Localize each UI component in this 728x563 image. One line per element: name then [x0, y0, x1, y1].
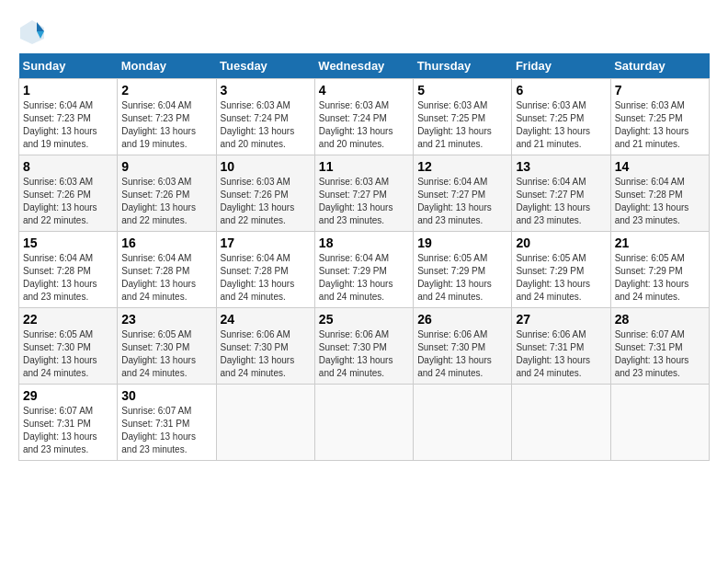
day-number: 16 — [121, 236, 211, 250]
day-number: 20 — [516, 236, 606, 250]
calendar-cell: 12 Sunrise: 6:04 AM Sunset: 7:27 PM Dayl… — [414, 155, 512, 232]
day-info: Sunrise: 6:07 AM Sunset: 7:31 PM Dayligh… — [615, 328, 705, 380]
day-number: 14 — [615, 159, 705, 174]
day-info: Sunrise: 6:07 AM Sunset: 7:31 PM Dayligh… — [121, 405, 211, 456]
calendar-cell: 24 Sunrise: 6:06 AM Sunset: 7:30 PM Dayl… — [216, 308, 314, 385]
week-row-3: 15 Sunrise: 6:04 AM Sunset: 7:28 PM Dayl… — [19, 232, 710, 308]
calendar-cell: 2 Sunrise: 6:04 AM Sunset: 7:23 PM Dayli… — [118, 79, 216, 155]
day-number: 26 — [417, 312, 507, 327]
day-number: 5 — [417, 83, 507, 98]
week-row-4: 22 Sunrise: 6:05 AM Sunset: 7:30 PM Dayl… — [19, 308, 710, 385]
day-number: 4 — [319, 83, 409, 98]
calendar-cell — [314, 385, 413, 461]
calendar-cell: 11 Sunrise: 6:03 AM Sunset: 7:27 PM Dayl… — [314, 155, 413, 232]
calendar-cell: 14 Sunrise: 6:04 AM Sunset: 7:28 PM Dayl… — [610, 155, 709, 232]
calendar-cell: 9 Sunrise: 6:03 AM Sunset: 7:26 PM Dayli… — [118, 155, 216, 232]
day-info: Sunrise: 6:03 AM Sunset: 7:26 PM Dayligh… — [23, 176, 113, 227]
calendar-cell: 15 Sunrise: 6:04 AM Sunset: 7:28 PM Dayl… — [19, 232, 118, 308]
day-info: Sunrise: 6:04 AM Sunset: 7:27 PM Dayligh… — [417, 176, 507, 227]
svg-marker-1 — [37, 22, 44, 31]
calendar-cell: 7 Sunrise: 6:03 AM Sunset: 7:25 PM Dayli… — [610, 79, 709, 155]
calendar-cell: 16 Sunrise: 6:04 AM Sunset: 7:28 PM Dayl… — [118, 232, 216, 308]
calendar-cell: 22 Sunrise: 6:05 AM Sunset: 7:30 PM Dayl… — [19, 308, 118, 385]
header-day-saturday: Saturday — [610, 53, 709, 79]
day-number: 17 — [221, 236, 311, 250]
day-info: Sunrise: 6:04 AM Sunset: 7:23 PM Dayligh… — [121, 99, 211, 151]
calendar-cell: 27 Sunrise: 6:06 AM Sunset: 7:31 PM Dayl… — [512, 308, 610, 385]
header-day-wednesday: Wednesday — [314, 53, 413, 79]
day-info: Sunrise: 6:03 AM Sunset: 7:24 PM Dayligh… — [221, 99, 311, 151]
day-number: 25 — [319, 312, 409, 327]
day-number: 27 — [516, 312, 606, 327]
calendar-cell: 13 Sunrise: 6:04 AM Sunset: 7:27 PM Dayl… — [512, 155, 610, 232]
day-info: Sunrise: 6:03 AM Sunset: 7:25 PM Dayligh… — [615, 99, 705, 151]
header-row: SundayMondayTuesdayWednesdayThursdayFrid… — [19, 53, 710, 79]
day-info: Sunrise: 6:06 AM Sunset: 7:31 PM Dayligh… — [516, 328, 606, 380]
day-info: Sunrise: 6:03 AM Sunset: 7:26 PM Dayligh… — [121, 176, 211, 227]
day-info: Sunrise: 6:03 AM Sunset: 7:25 PM Dayligh… — [516, 99, 606, 151]
week-row-5: 29 Sunrise: 6:07 AM Sunset: 7:31 PM Dayl… — [19, 385, 710, 461]
day-info: Sunrise: 6:03 AM Sunset: 7:27 PM Dayligh… — [319, 176, 409, 227]
day-number: 10 — [221, 159, 311, 174]
day-info: Sunrise: 6:04 AM Sunset: 7:28 PM Dayligh… — [121, 252, 211, 304]
day-number: 1 — [23, 83, 113, 98]
calendar-cell — [512, 385, 610, 461]
day-number: 3 — [221, 83, 311, 98]
day-info: Sunrise: 6:06 AM Sunset: 7:30 PM Dayligh… — [319, 328, 409, 380]
calendar-cell: 8 Sunrise: 6:03 AM Sunset: 7:26 PM Dayli… — [19, 155, 118, 232]
calendar-cell: 6 Sunrise: 6:03 AM Sunset: 7:25 PM Dayli… — [512, 79, 610, 155]
day-number: 29 — [23, 388, 113, 403]
calendar-cell: 26 Sunrise: 6:06 AM Sunset: 7:30 PM Dayl… — [414, 308, 512, 385]
calendar-cell: 1 Sunrise: 6:04 AM Sunset: 7:23 PM Dayli… — [19, 79, 118, 155]
day-number: 8 — [23, 159, 113, 174]
day-info: Sunrise: 6:03 AM Sunset: 7:25 PM Dayligh… — [417, 99, 507, 151]
day-number: 28 — [615, 312, 705, 327]
day-info: Sunrise: 6:04 AM Sunset: 7:28 PM Dayligh… — [23, 252, 113, 304]
calendar-cell: 10 Sunrise: 6:03 AM Sunset: 7:26 PM Dayl… — [216, 155, 314, 232]
calendar-cell: 21 Sunrise: 6:05 AM Sunset: 7:29 PM Dayl… — [610, 232, 709, 308]
day-info: Sunrise: 6:07 AM Sunset: 7:31 PM Dayligh… — [23, 405, 113, 456]
day-info: Sunrise: 6:06 AM Sunset: 7:30 PM Dayligh… — [417, 328, 507, 380]
logo — [18, 18, 48, 46]
calendar-cell: 3 Sunrise: 6:03 AM Sunset: 7:24 PM Dayli… — [216, 79, 314, 155]
day-number: 15 — [23, 236, 113, 250]
day-number: 2 — [121, 83, 211, 98]
header-day-sunday: Sunday — [19, 53, 118, 79]
day-number: 9 — [121, 159, 211, 174]
day-info: Sunrise: 6:05 AM Sunset: 7:29 PM Dayligh… — [516, 252, 606, 304]
logo-icon — [18, 18, 46, 46]
day-number: 30 — [121, 388, 211, 403]
header-day-thursday: Thursday — [414, 53, 512, 79]
calendar-cell: 5 Sunrise: 6:03 AM Sunset: 7:25 PM Dayli… — [414, 79, 512, 155]
day-info: Sunrise: 6:04 AM Sunset: 7:23 PM Dayligh… — [23, 99, 113, 151]
day-info: Sunrise: 6:04 AM Sunset: 7:27 PM Dayligh… — [516, 176, 606, 227]
day-info: Sunrise: 6:05 AM Sunset: 7:30 PM Dayligh… — [121, 328, 211, 380]
calendar-cell: 19 Sunrise: 6:05 AM Sunset: 7:29 PM Dayl… — [414, 232, 512, 308]
header-day-friday: Friday — [512, 53, 610, 79]
day-number: 18 — [319, 236, 409, 250]
day-number: 19 — [417, 236, 507, 250]
day-info: Sunrise: 6:06 AM Sunset: 7:30 PM Dayligh… — [221, 328, 311, 380]
calendar-cell — [610, 385, 709, 461]
calendar-table: SundayMondayTuesdayWednesdayThursdayFrid… — [18, 53, 710, 461]
day-info: Sunrise: 6:05 AM Sunset: 7:29 PM Dayligh… — [615, 252, 705, 304]
day-info: Sunrise: 6:03 AM Sunset: 7:24 PM Dayligh… — [319, 99, 409, 151]
calendar-cell: 17 Sunrise: 6:04 AM Sunset: 7:28 PM Dayl… — [216, 232, 314, 308]
day-number: 22 — [23, 312, 113, 327]
calendar-cell: 4 Sunrise: 6:03 AM Sunset: 7:24 PM Dayli… — [314, 79, 413, 155]
calendar-cell: 23 Sunrise: 6:05 AM Sunset: 7:30 PM Dayl… — [118, 308, 216, 385]
calendar-cell: 18 Sunrise: 6:04 AM Sunset: 7:29 PM Dayl… — [314, 232, 413, 308]
header-day-tuesday: Tuesday — [216, 53, 314, 79]
calendar-cell: 28 Sunrise: 6:07 AM Sunset: 7:31 PM Dayl… — [610, 308, 709, 385]
day-number: 23 — [121, 312, 211, 327]
calendar-cell: 20 Sunrise: 6:05 AM Sunset: 7:29 PM Dayl… — [512, 232, 610, 308]
day-info: Sunrise: 6:05 AM Sunset: 7:30 PM Dayligh… — [23, 328, 113, 380]
day-number: 13 — [516, 159, 606, 174]
calendar-cell — [414, 385, 512, 461]
calendar-cell — [216, 385, 314, 461]
day-number: 7 — [615, 83, 705, 98]
calendar-cell: 25 Sunrise: 6:06 AM Sunset: 7:30 PM Dayl… — [314, 308, 413, 385]
day-number: 6 — [516, 83, 606, 98]
day-info: Sunrise: 6:03 AM Sunset: 7:26 PM Dayligh… — [221, 176, 311, 227]
day-info: Sunrise: 6:04 AM Sunset: 7:28 PM Dayligh… — [615, 176, 705, 227]
